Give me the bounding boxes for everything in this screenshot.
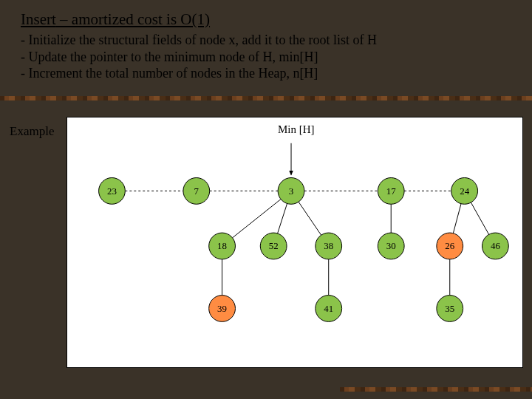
tree-edge — [471, 202, 488, 234]
heap-node-label: 23 — [107, 185, 117, 197]
bullet-item: - Update the pointer to the minimum node… — [21, 49, 517, 66]
heap-node-label: 38 — [324, 240, 333, 251]
tree-edge — [278, 203, 287, 233]
example-label: Example — [10, 124, 54, 139]
bullet-item: - Initialize the structural fields of no… — [21, 32, 517, 49]
heap-svg: 23731724185238302646394135 — [67, 117, 522, 367]
title-sub: – amortized cost is O(1) — [56, 10, 210, 28]
heap-diagram: Min [H] 23731724185238302646394135 — [66, 117, 523, 368]
heap-node-label: 35 — [445, 303, 454, 314]
heading-block: Insert – amortized cost is O(1) - Initia… — [21, 10, 517, 82]
bullet-list: - Initialize the structural fields of no… — [21, 32, 517, 82]
heap-node-label: 24 — [460, 185, 469, 197]
decorative-strip-top — [0, 96, 532, 100]
decorative-strip-bottom — [340, 387, 532, 392]
heap-node-label: 30 — [386, 240, 396, 251]
tree-edge — [299, 202, 321, 235]
heap-node-label: 7 — [194, 185, 200, 197]
bullet-item: - Increment the total number of nodes in… — [21, 65, 517, 82]
heap-node-label: 18 — [217, 240, 227, 251]
heap-node-label: 3 — [289, 185, 293, 197]
heap-node-label: 17 — [386, 185, 396, 197]
heap-node-label: 26 — [445, 240, 454, 251]
tree-edge — [233, 200, 281, 238]
heap-node-label: 46 — [491, 240, 500, 251]
heap-node-label: 52 — [269, 240, 279, 251]
heap-node-label: 39 — [217, 303, 227, 314]
tree-edge — [453, 204, 461, 233]
slide-title: Insert – amortized cost is O(1) — [21, 10, 517, 29]
heap-node-label: 41 — [324, 303, 333, 314]
title-main: Insert — [21, 10, 56, 28]
